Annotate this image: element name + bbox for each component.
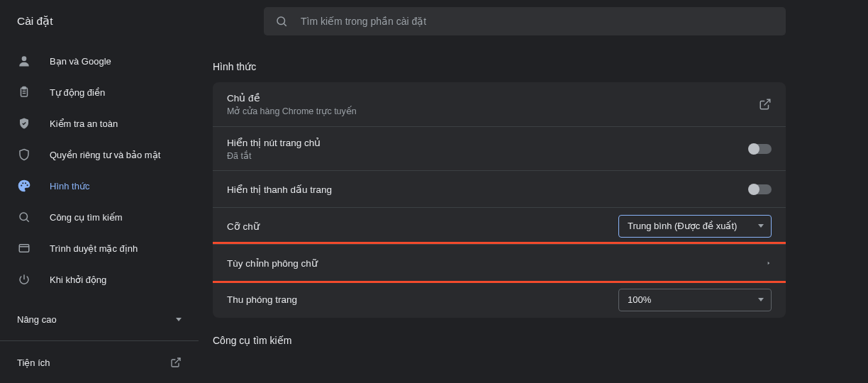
bookmarks-bar-title: Hiển thị thanh dấu trang bbox=[227, 184, 749, 195]
sidebar-item-search-engine[interactable]: Công cụ tìm kiếm bbox=[0, 203, 199, 231]
row-font-size: Cỡ chữ Trung bình (Được đề xuất) bbox=[213, 207, 786, 244]
font-size-label: Cỡ chữ bbox=[227, 221, 618, 232]
search-input[interactable] bbox=[301, 16, 774, 27]
section-title-search-engine: Công cụ tìm kiếm bbox=[213, 335, 786, 346]
theme-title: Chủ đề bbox=[227, 92, 759, 104]
sidebar-item-appearance[interactable]: Hình thức bbox=[0, 172, 199, 200]
svg-rect-4 bbox=[23, 87, 26, 89]
palette-icon bbox=[17, 179, 31, 193]
svg-point-7 bbox=[21, 185, 22, 187]
sidebar-item-label: Khi khởi động bbox=[50, 274, 106, 285]
page-zoom-value: 100% bbox=[628, 294, 651, 305]
sidebar-item-label: Quyền riêng tư và bảo mật bbox=[50, 150, 160, 160]
advanced-label: Nâng cao bbox=[17, 314, 57, 325]
extensions-label: Tiện ích bbox=[17, 357, 50, 368]
search-box[interactable] bbox=[264, 7, 786, 35]
sidebar-item-label: Tự động điền bbox=[50, 87, 105, 98]
svg-line-12 bbox=[26, 219, 28, 221]
customize-fonts-label: Tùy chỉnh phông chữ bbox=[227, 257, 766, 269]
svg-point-9 bbox=[25, 182, 26, 184]
power-icon bbox=[17, 273, 31, 286]
row-home-button: Hiển thị nút trang chủ Đã tắt bbox=[213, 126, 786, 170]
sidebar-item-safety[interactable]: Kiểm tra an toàn bbox=[0, 109, 199, 138]
font-size-select[interactable]: Trung bình (Được đề xuất) bbox=[618, 215, 772, 238]
section-title-appearance: Hình thức bbox=[213, 61, 786, 72]
row-theme[interactable]: Chủ đề Mở cửa hàng Chrome trực tuyến bbox=[213, 82, 786, 126]
sidebar-item-startup[interactable]: Khi khởi động bbox=[0, 265, 199, 294]
home-button-toggle[interactable] bbox=[749, 144, 772, 154]
svg-line-1 bbox=[284, 23, 286, 26]
browser-icon bbox=[17, 242, 31, 255]
svg-point-2 bbox=[22, 56, 27, 61]
svg-point-0 bbox=[277, 17, 285, 25]
sidebar-item-label: Bạn và Google bbox=[50, 56, 111, 67]
search-icon bbox=[17, 211, 31, 223]
chevron-down-icon bbox=[758, 224, 764, 228]
person-icon bbox=[17, 54, 31, 68]
sidebar-item-you-google[interactable]: Bạn và Google bbox=[0, 47, 199, 75]
page-zoom-label: Thu phóng trang bbox=[227, 294, 618, 305]
clipboard-icon bbox=[17, 85, 31, 99]
svg-point-11 bbox=[20, 213, 28, 221]
svg-point-8 bbox=[22, 182, 23, 184]
svg-rect-13 bbox=[19, 245, 29, 252]
shield-check-icon bbox=[17, 116, 31, 131]
sidebar-item-default-browser[interactable]: Trình duyệt mặc định bbox=[0, 234, 199, 262]
appearance-card: Chủ đề Mở cửa hàng Chrome trực tuyến Hiể… bbox=[213, 82, 786, 318]
chevron-down-icon bbox=[758, 298, 764, 301]
home-button-title: Hiển thị nút trang chủ bbox=[227, 137, 749, 148]
page-zoom-select[interactable]: 100% bbox=[618, 289, 772, 311]
svg-line-16 bbox=[764, 99, 770, 105]
external-link-icon bbox=[170, 357, 182, 368]
sidebar-item-label: Hình thức bbox=[50, 181, 89, 192]
svg-point-10 bbox=[27, 184, 28, 186]
chevron-right-icon bbox=[766, 259, 772, 267]
sidebar-item-label: Công cụ tìm kiếm bbox=[50, 212, 123, 223]
sidebar-item-autofill[interactable]: Tự động điền bbox=[0, 78, 199, 106]
search-icon bbox=[275, 15, 289, 28]
sidebar-extensions[interactable]: Tiện ích bbox=[0, 345, 199, 379]
sidebar-item-privacy[interactable]: Quyền riêng tư và bảo mật bbox=[0, 140, 199, 169]
home-button-sub: Đã tắt bbox=[227, 150, 749, 161]
content-area: Hình thức Chủ đề Mở cửa hàng Chrome trực… bbox=[199, 43, 868, 383]
bookmarks-bar-toggle[interactable] bbox=[749, 184, 772, 194]
row-bookmarks-bar: Hiển thị thanh dấu trang bbox=[213, 170, 786, 207]
sidebar: Bạn và Google Tự động điền Kiểm tra an t… bbox=[0, 43, 199, 383]
font-size-value: Trung bình (Được đề xuất) bbox=[628, 221, 737, 231]
sidebar-item-label: Trình duyệt mặc định bbox=[50, 243, 138, 254]
svg-line-15 bbox=[175, 358, 180, 363]
sidebar-item-label: Kiểm tra an toàn bbox=[50, 118, 118, 129]
row-page-zoom: Thu phóng trang 100% bbox=[213, 281, 786, 318]
settings-title: Cài đặt bbox=[0, 15, 264, 28]
external-link-icon bbox=[759, 98, 772, 111]
row-customize-fonts[interactable]: Tùy chỉnh phông chữ bbox=[213, 244, 786, 281]
divider bbox=[0, 340, 199, 341]
sidebar-advanced[interactable]: Nâng cao bbox=[0, 302, 199, 336]
theme-subtitle: Mở cửa hàng Chrome trực tuyến bbox=[227, 106, 759, 116]
chevron-down-icon bbox=[176, 318, 182, 321]
shield-icon bbox=[17, 148, 31, 162]
